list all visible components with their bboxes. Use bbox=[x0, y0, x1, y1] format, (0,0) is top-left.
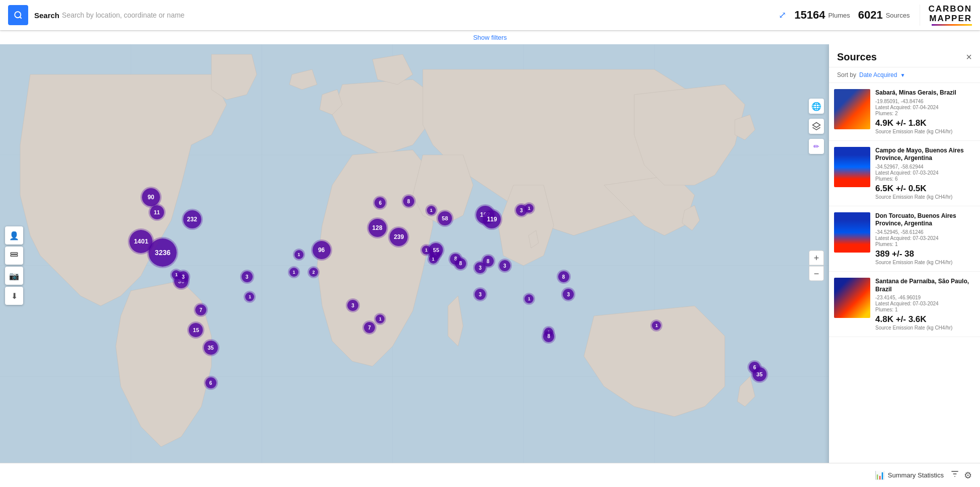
cluster-bubble[interactable]: 232 bbox=[183, 210, 201, 228]
cluster-bubble[interactable]: 1 bbox=[375, 314, 385, 323]
zoom-controls: + − bbox=[809, 251, 824, 281]
source-card[interactable]: Don Torcuato, Buenos Aires Province, Arg… bbox=[829, 206, 980, 272]
sources-count: 6021 bbox=[858, 9, 883, 22]
cluster-bubble[interactable]: 128 bbox=[368, 219, 387, 237]
header: Search ⤢ 15164 Plumes 6021 Sources CARBO… bbox=[0, 0, 980, 30]
cluster-bubble[interactable]: 8 bbox=[558, 271, 569, 282]
source-card[interactable]: Sabará, Minas Gerais, Brazil -19.85091, … bbox=[829, 83, 980, 141]
cluster-bubble[interactable]: 3 bbox=[499, 260, 510, 271]
cluster-bubble[interactable]: 3 bbox=[475, 289, 486, 300]
summary-stats-label: Summary Statistics bbox=[888, 471, 944, 479]
camera-button[interactable]: 📷 bbox=[5, 267, 23, 285]
globe-icon[interactable]: 🌐 bbox=[809, 99, 824, 114]
cluster-bubble[interactable]: 1 bbox=[429, 255, 438, 264]
cluster-bubble[interactable]: 1 bbox=[652, 321, 661, 330]
source-thumbnail bbox=[834, 147, 870, 187]
source-coords: -23.4145, -46.96019 bbox=[875, 295, 975, 300]
svg-rect-11 bbox=[11, 253, 18, 254]
cluster-bubble[interactable]: 3236 bbox=[148, 238, 177, 267]
filter-icon[interactable] bbox=[950, 469, 960, 481]
cluster-bubble[interactable]: 8 bbox=[455, 258, 466, 269]
cluster-bubble[interactable]: 7 bbox=[195, 304, 206, 315]
cluster-bubble[interactable]: 1 bbox=[524, 294, 534, 303]
show-filters-link[interactable]: Show filters bbox=[473, 34, 507, 41]
source-name: Santana de Parnaíba, São Paulo, Brazil bbox=[875, 278, 975, 293]
zoom-out-button[interactable]: − bbox=[809, 266, 824, 281]
source-coords: -19.85091, -43.84746 bbox=[875, 99, 975, 104]
cluster-bubble[interactable]: 7 bbox=[364, 322, 375, 333]
map-layers-icon[interactable] bbox=[809, 119, 824, 134]
sort-dropdown-icon[interactable]: ▼ bbox=[900, 72, 905, 78]
draw-button[interactable]: ✏ bbox=[809, 139, 824, 154]
sources-panel: Sources × Sort by Date Acquired ▼ Sabará… bbox=[829, 44, 980, 487]
source-coords: -34.52967, -58.62944 bbox=[875, 164, 975, 170]
download-button[interactable]: ⬇ bbox=[5, 287, 23, 305]
bottom-right-icons: ⚙ bbox=[950, 469, 972, 481]
panel-header: Sources × bbox=[829, 44, 980, 67]
source-emission-unit: Source Emission Rate (kg CH4/hr) bbox=[875, 325, 975, 331]
plumes-count: 15164 bbox=[794, 9, 825, 22]
cluster-bubble[interactable]: 8 bbox=[543, 331, 554, 342]
search-button[interactable] bbox=[8, 5, 28, 25]
source-card[interactable]: Santana de Parnaíba, São Paulo, Brazil -… bbox=[829, 272, 980, 337]
person-button[interactable]: 👤 bbox=[5, 226, 23, 245]
cluster-bubble[interactable]: 1401 bbox=[129, 230, 153, 253]
cluster-bubble[interactable]: 96 bbox=[313, 241, 331, 259]
source-name: Campo de Mayo, Buenos Aires Province, Ar… bbox=[875, 147, 975, 163]
cluster-bubble[interactable]: 1 bbox=[524, 204, 534, 213]
svg-line-1 bbox=[20, 17, 21, 18]
source-acquired: Latest Acquired: 07-04-2024 bbox=[875, 105, 975, 110]
settings-icon[interactable]: ⚙ bbox=[964, 470, 972, 481]
cluster-bubble[interactable]: 1 bbox=[422, 246, 431, 255]
source-info: Campo de Mayo, Buenos Aires Province, Ar… bbox=[875, 147, 975, 200]
header-stats: 15164 Plumes 6021 Sources bbox=[794, 9, 920, 22]
sort-label: Sort by bbox=[837, 71, 856, 78]
cluster-bubble[interactable]: 6 bbox=[374, 197, 386, 208]
summary-stats-button[interactable]: 📊 Summary Statistics bbox=[875, 470, 944, 480]
source-emission: 4.9K +/- 1.8K bbox=[875, 118, 975, 128]
cluster-bubble[interactable]: 6 bbox=[205, 377, 216, 388]
cluster-bubble[interactable]: 58 bbox=[438, 211, 452, 225]
source-name: Sabará, Minas Gerais, Brazil bbox=[875, 89, 975, 97]
cluster-bubble[interactable]: 90 bbox=[142, 188, 160, 206]
logo-line1: CARBON bbox=[928, 5, 972, 14]
source-emission-unit: Source Emission Rate (kg CH4/hr) bbox=[875, 260, 975, 265]
cluster-bubble[interactable]: 1 bbox=[289, 268, 298, 277]
cluster-bubble[interactable]: 1 bbox=[427, 206, 436, 215]
sources-label: Sources bbox=[886, 12, 910, 19]
source-emission-unit: Source Emission Rate (kg CH4/hr) bbox=[875, 194, 975, 200]
cluster-bubble[interactable]: 1 bbox=[294, 250, 304, 259]
cluster-bubble[interactable]: 1 bbox=[245, 292, 254, 301]
cluster-bubble[interactable]: 239 bbox=[390, 228, 408, 246]
zoom-in-button[interactable]: + bbox=[809, 251, 824, 266]
cluster-bubble[interactable]: 1 bbox=[172, 270, 181, 279]
cluster-bubble[interactable]: 3 bbox=[347, 300, 358, 311]
sources-list[interactable]: Sabará, Minas Gerais, Brazil -19.85091, … bbox=[829, 83, 980, 487]
source-emission-unit: Source Emission Rate (kg CH4/hr) bbox=[875, 129, 975, 134]
source-thumbnail bbox=[834, 89, 870, 129]
source-plumes: Plumes: 1 bbox=[875, 241, 975, 247]
cluster-bubble[interactable]: 8 bbox=[483, 256, 494, 267]
layers-button[interactable] bbox=[5, 247, 23, 265]
plumes-label: Plumes bbox=[828, 12, 850, 19]
search-input[interactable] bbox=[62, 11, 775, 19]
cluster-bubble[interactable]: 119 bbox=[483, 210, 501, 228]
panel-title: Sources bbox=[837, 51, 877, 63]
source-name: Don Torcuato, Buenos Aires Province, Arg… bbox=[875, 212, 975, 228]
source-plumes: Plumes: 1 bbox=[875, 307, 975, 312]
cluster-bubble[interactable]: 15 bbox=[189, 323, 203, 337]
source-card[interactable]: Campo de Mayo, Buenos Aires Province, Ar… bbox=[829, 141, 980, 206]
cluster-bubble[interactable]: 3 bbox=[563, 289, 574, 300]
logo-line2: MAPPER bbox=[929, 14, 972, 24]
cluster-bubble[interactable]: 8 bbox=[403, 196, 414, 207]
source-acquired: Latest Acquired: 07-03-2024 bbox=[875, 235, 975, 241]
svg-marker-13 bbox=[813, 123, 820, 128]
cluster-bubble[interactable]: 35 bbox=[204, 341, 218, 355]
cluster-bubble[interactable]: 2 bbox=[309, 268, 318, 277]
panel-close-button[interactable]: × bbox=[966, 51, 972, 63]
sort-dropdown[interactable]: Date Acquired bbox=[859, 71, 897, 78]
cluster-bubble[interactable]: 3 bbox=[242, 271, 253, 282]
cluster-bubble[interactable]: 11 bbox=[150, 205, 164, 219]
cluster-bubble[interactable]: 6 bbox=[749, 362, 760, 373]
location-icon[interactable]: ⤢ bbox=[779, 10, 786, 21]
